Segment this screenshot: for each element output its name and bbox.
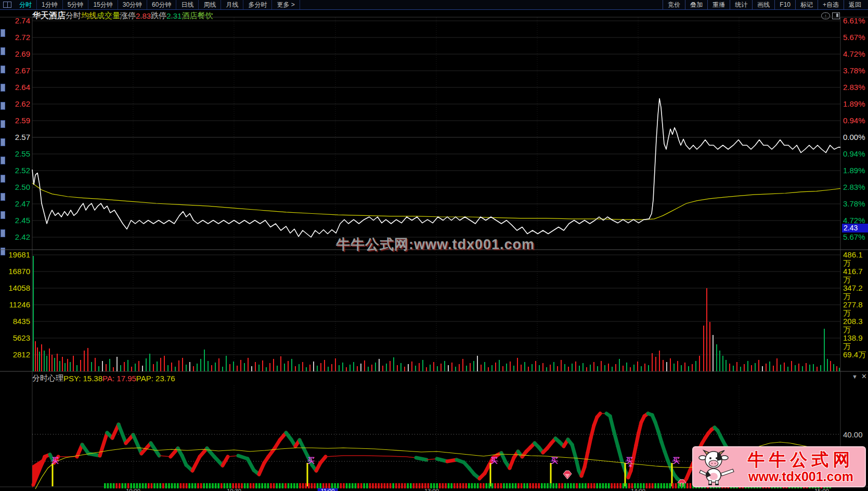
indicator-header-part-2: PA: 17.95 [102,374,136,383]
indicator-header-part-1: PSY: 15.38 [63,374,102,383]
indicator-header-part-0: 分时心理 [32,373,63,383]
cow-mascot-icon [696,448,737,486]
tdx-app: 分时1分钟5分钟15分钟30分钟60分钟日线周线月线多分时更多 > 竞价叠加重播… [0,0,868,491]
watermark-text: 牛牛公式网:www.tdx001.com [305,235,565,254]
indicator-collapse-icon[interactable]: ▼ [852,373,858,380]
indicator-level-label: 40.00 [843,430,863,439]
indicator-close-icon[interactable]: ✕ [861,372,867,380]
logo-text: 牛牛公式网 www.tdx001.com [737,451,865,483]
site-logo: 牛牛公式网 www.tdx001.com [692,446,866,487]
indicator-header: 分时心理PSY: 15.38PA: 17.95PAP: 23.76 [32,372,175,384]
logo-site-url: www.tdx001.com [737,470,865,483]
logo-site-name: 牛牛公式网 [737,451,865,468]
crosshair-price-box: 2.43 [842,224,868,232]
gem-icon [563,471,572,479]
indicator-header-part-3: PAP: 23.76 [136,374,175,383]
